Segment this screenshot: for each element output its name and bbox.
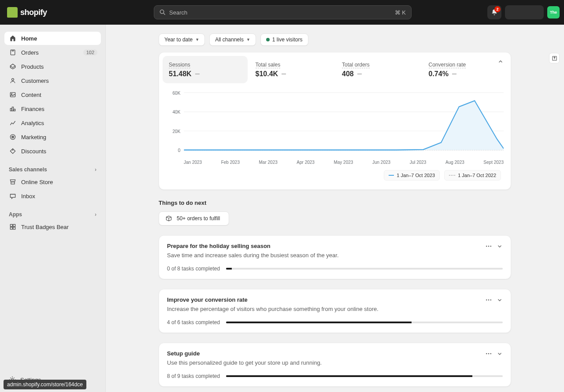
chevron-down-icon[interactable]: [497, 351, 503, 357]
svg-point-30: [488, 353, 490, 355]
metric-conversion-rate[interactable]: Conversion rate0.74%: [423, 56, 508, 83]
store-menu[interactable]: [505, 5, 544, 19]
sidebar-item-home[interactable]: Home: [4, 32, 101, 45]
sidebar-item-label: Online Store: [21, 179, 53, 185]
collapse-icon[interactable]: [497, 59, 504, 65]
notification-badge: 2: [494, 6, 501, 12]
inbox-icon: [9, 192, 17, 200]
svg-point-0: [160, 10, 163, 13]
chevron-down-icon[interactable]: [497, 243, 503, 249]
metric-total-orders[interactable]: Total orders408: [336, 56, 421, 83]
trend-dash-icon: [452, 74, 456, 74]
trend-dash-icon: [195, 74, 200, 74]
sidebar-item-label: Analytics: [21, 120, 44, 126]
logo-icon: [7, 7, 18, 18]
sidebar-item-label: Inbox: [21, 193, 35, 200]
sidebar-item-discounts[interactable]: Discounts: [4, 144, 101, 158]
sidebar-item-content[interactable]: Content: [4, 88, 101, 101]
notifications-button[interactable]: 2: [487, 5, 501, 19]
analytics-icon: [9, 119, 17, 127]
svg-point-23: [486, 246, 487, 247]
marketing-icon: [9, 133, 17, 141]
sidebar-section-label: Sales channels: [9, 166, 47, 173]
chevron-down-icon: ▼: [195, 37, 199, 42]
sidebar-item-orders[interactable]: Orders102: [4, 46, 101, 59]
metric-value: $10.4K: [256, 70, 328, 78]
chevron-down-icon[interactable]: [497, 297, 503, 303]
chart-area-fill: [184, 101, 504, 150]
sidebar-item-products[interactable]: Products: [4, 60, 101, 73]
sidebar-item-customers[interactable]: Customers: [4, 74, 101, 87]
guide-card: Prepare for the holiday selling seasonSa…: [159, 235, 511, 279]
guide-subtitle: Increase the percentage of visitors who …: [167, 306, 485, 312]
guide-progress-label: 4 of 6 tasks completed: [167, 319, 220, 325]
sidebar-item-inbox[interactable]: Inbox: [4, 189, 101, 203]
sidebar-item-analytics[interactable]: Analytics: [4, 116, 101, 129]
sessions-chart: 60K 40K 20K 0 Jan 2023Feb 2023Mar 2023Ap…: [159, 83, 511, 189]
sidebar-item-trust-badges-bear[interactable]: Trust Badges Bear: [4, 220, 101, 233]
sidebar-item-marketing[interactable]: Marketing: [4, 130, 101, 144]
live-visitors-button[interactable]: 1 live visitors: [260, 33, 308, 46]
avatar[interactable]: The: [547, 6, 560, 18]
chart-xlabel: Jun 2023: [372, 160, 390, 165]
metric-value: 408: [342, 70, 415, 78]
metric-label: Total sales: [256, 62, 281, 68]
sidebar-item-finances[interactable]: Finances: [4, 102, 101, 115]
svg-rect-7: [12, 107, 13, 111]
package-icon: [165, 215, 172, 222]
sidebar-item-label: Products: [21, 63, 44, 70]
sidebar-item-online-store[interactable]: Online Store: [4, 175, 101, 189]
channels-button[interactable]: All channels ▼: [209, 33, 256, 46]
chart-xlabel: Sept 2023: [483, 160, 504, 165]
metric-value: 0.74%: [429, 70, 501, 78]
analytics-card: Sessions51.48K Total sales$10.4K Total o…: [159, 52, 511, 190]
search-icon: [160, 9, 166, 15]
guide-card: Setup guideUse this personalized guide t…: [159, 343, 511, 387]
shopify-logo[interactable]: shopify: [0, 7, 47, 18]
guide-subtitle: Use this personalized guide to get your …: [167, 359, 485, 366]
chart-ylabel: 20K: [172, 128, 181, 134]
chart-xlabel: Mar 2023: [259, 160, 278, 165]
progress-bar: [226, 322, 503, 323]
discounts-icon: [9, 147, 17, 155]
metric-total-sales[interactable]: Total sales$10.4K: [249, 56, 334, 83]
svg-point-25: [490, 246, 492, 247]
sidebar-section-apps: Apps ›: [4, 203, 101, 220]
status-url: admin.shopify.com/store/164dce: [4, 380, 86, 389]
svg-rect-15: [10, 227, 12, 229]
chart-legend: 1 Jan–7 Oct 2023 1 Jan–7 Oct 2022: [164, 165, 504, 182]
svg-rect-13: [10, 224, 12, 226]
more-icon[interactable]: [485, 243, 492, 250]
svg-point-12: [12, 150, 13, 150]
customers-icon: [9, 77, 17, 85]
more-icon[interactable]: [485, 296, 492, 303]
chevron-right-icon[interactable]: ›: [95, 211, 96, 218]
more-icon[interactable]: [485, 350, 492, 357]
fulfill-label: 50+ orders to fulfill: [177, 215, 220, 222]
legend-item-2023[interactable]: 1 Jan–7 Oct 2023: [384, 170, 440, 181]
metric-sessions[interactable]: Sessions51.48K: [163, 56, 248, 83]
chart-xlabel: May 2023: [334, 160, 353, 165]
sidebar-item-label: Marketing: [21, 134, 46, 141]
sidebar-item-label: Content: [21, 92, 41, 98]
sidebar-item-label: Discounts: [21, 148, 46, 155]
sidebar-item-label: Orders: [21, 49, 39, 56]
export-icon[interactable]: [549, 53, 560, 63]
section-heading: Things to do next: [159, 200, 511, 206]
date-range-button[interactable]: Year to date ▼: [159, 33, 205, 46]
live-visitors-label: 1 live visitors: [272, 37, 303, 43]
chart-xaxis: Jan 2023Feb 2023Mar 2023Apr 2023May 2023…: [164, 158, 504, 165]
svg-point-31: [490, 353, 492, 355]
sidebar-section-sales: Sales channels ›: [4, 159, 101, 175]
chevron-right-icon[interactable]: ›: [95, 166, 96, 173]
store-icon: [9, 178, 17, 186]
search-input[interactable]: Search ⌘ K: [154, 5, 412, 19]
metric-label: Conversion rate: [429, 62, 466, 68]
orders-to-fulfill-button[interactable]: 50+ orders to fulfill: [159, 211, 229, 226]
svg-rect-8: [14, 109, 15, 111]
sidebar-section-label: Apps: [9, 211, 22, 218]
legend-item-2022[interactable]: 1 Jan–7 Oct 2022: [444, 170, 501, 181]
metric-label: Total orders: [342, 62, 370, 68]
content-icon: [9, 91, 17, 99]
svg-point-27: [488, 300, 490, 301]
